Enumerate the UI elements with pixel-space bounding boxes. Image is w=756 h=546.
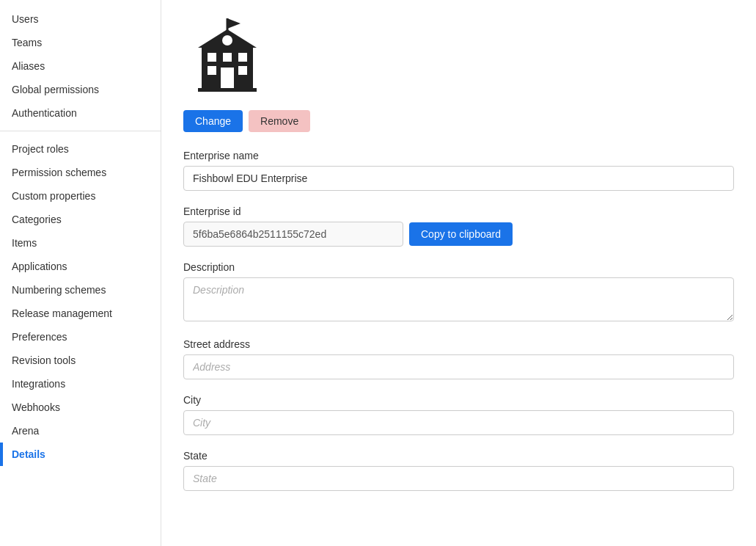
remove-button[interactable]: Remove	[249, 110, 310, 132]
enterprise-logo-icon	[183, 15, 271, 103]
enterprise-name-section: Enterprise name	[183, 150, 734, 191]
svg-rect-11	[198, 88, 257, 92]
sidebar-item-authentication[interactable]: Authentication	[0, 101, 161, 125]
sidebar-item-project-roles[interactable]: Project roles	[0, 137, 161, 161]
street-address-label: Street address	[183, 338, 734, 350]
state-input[interactable]	[183, 466, 734, 491]
logo-buttons: Change Remove	[183, 110, 310, 132]
copy-clipboard-button[interactable]: Copy to clipboard	[409, 222, 513, 246]
city-input[interactable]	[183, 410, 734, 435]
sidebar-item-revision-tools[interactable]: Revision tools	[0, 349, 161, 372]
svg-rect-10	[221, 68, 234, 88]
svg-point-7	[222, 35, 232, 46]
svg-marker-1	[227, 18, 241, 29]
sidebar-item-webhooks[interactable]: Webhooks	[0, 396, 161, 419]
svg-rect-9	[238, 66, 247, 75]
svg-rect-5	[223, 53, 232, 62]
sidebar-item-details[interactable]: Details	[0, 443, 161, 466]
enterprise-name-label: Enterprise name	[183, 150, 734, 161]
description-section: Description	[183, 261, 734, 324]
main-content: Change Remove Enterprise name Enterprise…	[161, 0, 756, 546]
svg-rect-6	[238, 53, 247, 62]
sidebar-item-applications[interactable]: Applications	[0, 255, 161, 278]
change-button[interactable]: Change	[183, 110, 243, 132]
logo-area: Change Remove	[183, 15, 734, 132]
sidebar-item-teams[interactable]: Teams	[0, 31, 161, 54]
street-address-section: Street address	[183, 338, 734, 379]
svg-rect-8	[208, 66, 216, 75]
sidebar-item-numbering-schemes[interactable]: Numbering schemes	[0, 278, 161, 302]
description-textarea[interactable]	[183, 277, 734, 321]
sidebar-item-aliases[interactable]: Aliases	[0, 54, 161, 78]
sidebar-item-arena[interactable]: Arena	[0, 419, 161, 443]
sidebar-item-integrations[interactable]: Integrations	[0, 372, 161, 396]
enterprise-name-input[interactable]	[183, 166, 734, 191]
sidebar-divider-1	[0, 131, 161, 131]
enterprise-id-input[interactable]	[183, 222, 403, 247]
sidebar-item-preferences[interactable]: Preferences	[0, 325, 161, 349]
sidebar-item-global-permissions[interactable]: Global permissions	[0, 78, 161, 101]
sidebar-item-release-management[interactable]: Release management	[0, 302, 161, 325]
city-section: City	[183, 394, 734, 435]
street-address-input[interactable]	[183, 354, 734, 379]
state-section: State	[183, 450, 734, 491]
sidebar-item-items[interactable]: Items	[0, 231, 161, 255]
sidebar-item-categories[interactable]: Categories	[0, 208, 161, 231]
svg-rect-4	[208, 53, 216, 62]
sidebar-item-custom-properties[interactable]: Custom properties	[0, 184, 161, 208]
city-label: City	[183, 394, 734, 406]
enterprise-id-row: Copy to clipboard	[183, 222, 734, 247]
state-label: State	[183, 450, 734, 462]
enterprise-id-section: Enterprise id Copy to clipboard	[183, 205, 734, 247]
enterprise-id-label: Enterprise id	[183, 205, 734, 217]
sidebar-item-permission-schemes[interactable]: Permission schemes	[0, 161, 161, 184]
sidebar: Users Teams Aliases Global permissions A…	[0, 0, 161, 546]
description-label: Description	[183, 261, 734, 273]
sidebar-item-users[interactable]: Users	[0, 7, 161, 31]
